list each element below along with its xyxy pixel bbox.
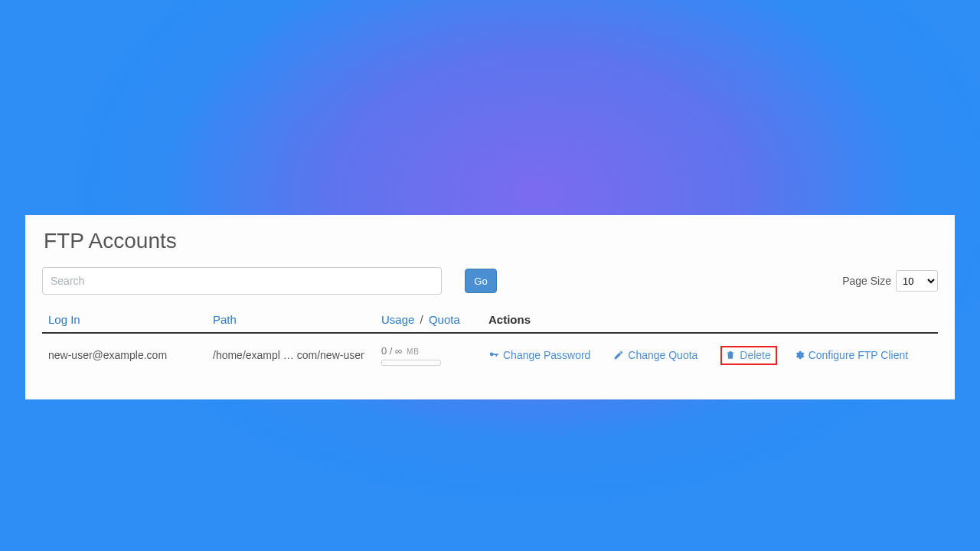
key-icon — [488, 350, 499, 360]
search-input[interactable] — [42, 267, 442, 295]
configure-ftp-link[interactable]: Configure FTP Client — [794, 349, 908, 361]
col-usage[interactable]: Usage — [381, 313, 414, 326]
ellipsis: … — [283, 349, 294, 361]
page-size-select[interactable]: 10 — [896, 270, 938, 292]
panel-title: FTP Accounts — [44, 229, 938, 253]
go-button[interactable]: Go — [465, 269, 497, 293]
cell-login: new-user@example.com — [48, 349, 213, 361]
controls-row: Go Page Size 10 — [42, 267, 938, 295]
ftp-accounts-panel: FTP Accounts Go Page Size 10 Log In Path… — [25, 215, 955, 399]
table-row: new-user@example.com /home/exampl … com/… — [42, 334, 938, 377]
delete-link[interactable]: Delete — [725, 349, 770, 361]
col-path[interactable]: Path — [213, 313, 237, 326]
trash-icon — [725, 350, 736, 360]
cell-usage: 0 / ∞ MB — [381, 344, 488, 366]
change-password-link[interactable]: Change Password — [488, 349, 590, 361]
cell-path: /home/exampl … com/new-user — [213, 349, 381, 361]
change-quota-link[interactable]: Change Quota — [613, 349, 697, 361]
page-size-label: Page Size — [842, 275, 891, 287]
col-actions: Actions — [488, 313, 531, 326]
col-login[interactable]: Log In — [48, 313, 80, 326]
col-quota[interactable]: Quota — [429, 313, 460, 326]
usage-bar — [381, 360, 441, 366]
delete-highlight: Delete — [720, 346, 776, 365]
col-sep: / — [420, 313, 423, 326]
gear-icon — [794, 350, 805, 360]
cell-actions: Change Password Change Quota Delete Conf… — [488, 346, 932, 365]
table-header: Log In Path Usage / Quota Actions — [42, 308, 938, 334]
pencil-icon — [613, 350, 624, 360]
accounts-table: Log In Path Usage / Quota Actions new-us… — [42, 308, 938, 377]
